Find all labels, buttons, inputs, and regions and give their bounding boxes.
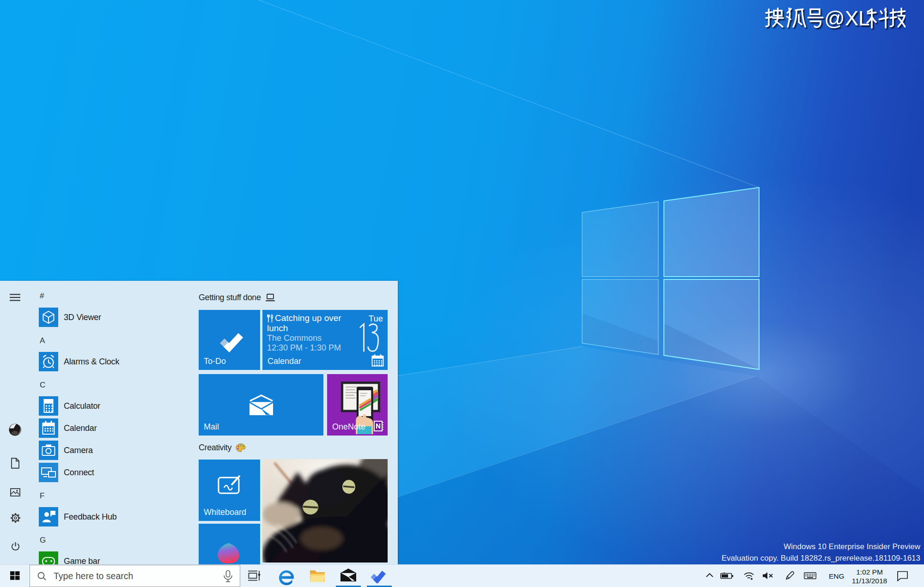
- svg-text:@XL: @XL: [824, 7, 869, 30]
